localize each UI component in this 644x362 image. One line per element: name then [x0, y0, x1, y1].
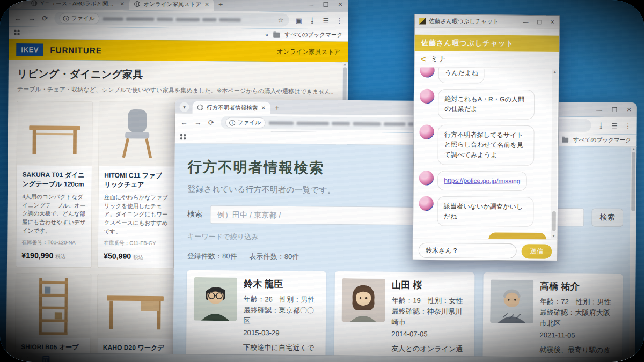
- new-tab-icon[interactable]: +: [218, 0, 223, 9]
- store-logo: IKEV: [16, 43, 43, 56]
- page-title: リビング・ダイニング家具: [17, 67, 339, 83]
- download-icon[interactable]: ⭳: [309, 17, 316, 24]
- person-photo: [342, 278, 385, 322]
- search-icon[interactable]: [0, 356, 7, 362]
- contact-avatar: [419, 124, 434, 139]
- address-bar[interactable]: i ファイル ☆: [55, 12, 289, 27]
- minimize-icon[interactable]: —: [523, 19, 529, 25]
- missing-persons-browser-window: ▾ 行方不明者情報検索 ✕ + — ✕ ← →: [173, 99, 637, 362]
- chat-contact-bar: < ミナ: [414, 51, 559, 68]
- chat-message: うんだよね: [420, 67, 548, 84]
- chat-titlebar: 佐藤さん暇つぶしチャット — ✕: [415, 14, 559, 28]
- info-icon: i: [63, 16, 69, 21]
- maximize-icon[interactable]: [323, 2, 328, 7]
- minimize-icon[interactable]: —: [308, 1, 313, 8]
- missing-persons-page: 行方不明者情報検索 登録されている行方不明者の一覧です。 検索 検索 キーワード…: [173, 143, 637, 362]
- message-list: うんだよね 絶対これもA・R・Gの人間の仕業だよ 行方不明者探してるサイトと照ら…: [413, 67, 559, 239]
- close-icon[interactable]: ✕: [626, 106, 631, 113]
- close-tab-icon[interactable]: ✕: [120, 1, 125, 7]
- forward-icon[interactable]: →: [28, 14, 35, 22]
- taskview-icon[interactable]: [21, 357, 28, 362]
- tab-search-chevron-icon[interactable]: ▾: [13, 0, 23, 8]
- blurred-url: [103, 17, 274, 22]
- product-image-desk: [98, 274, 173, 338]
- apps-grid-icon[interactable]: [14, 30, 19, 35]
- forward-icon[interactable]: →: [194, 118, 202, 126]
- product-card[interactable]: KAHO D20 ワークデスク 100cm ノートPC作業に最適なコンパクトデス…: [97, 274, 173, 356]
- minimize-icon[interactable]: —: [596, 106, 602, 113]
- page-subtitle: テーブル・チェア・収納など、シンプルで使いやすい家具を集めました。※本ページから…: [17, 85, 339, 96]
- contact-avatar: [419, 171, 434, 185]
- missing-person-card[interactable]: 鈴木 龍臣 年齢：26 性別：男性 最終確認：東京都〇〇区 2015-03-29…: [186, 270, 326, 362]
- product-image-table: [17, 101, 93, 166]
- crt-monitor: ▾ Yニュース - ARGラボと関連ニュース ✕ オンライン家具ストア ✕ + …: [0, 0, 644, 362]
- back-icon[interactable]: ←: [14, 14, 22, 22]
- contact-avatar: [420, 88, 434, 103]
- contact-avatar: [419, 196, 433, 211]
- close-tab-icon[interactable]: ✕: [204, 2, 209, 8]
- close-tab-icon[interactable]: ✕: [261, 105, 266, 111]
- close-icon[interactable]: ✕: [550, 19, 555, 25]
- contact-name: ミナ: [430, 54, 446, 64]
- close-icon[interactable]: ✕: [338, 1, 343, 8]
- chat-header: 佐藤さん暇つぶしチャット: [415, 35, 559, 52]
- file-protocol-chip: i ファイル: [226, 117, 265, 128]
- chat-input-row: 送信: [413, 238, 558, 263]
- missing-person-card[interactable]: 高橋 祐介 年齢：72 性別：男性 最終確認：大阪府大阪市北区 2021-11-…: [482, 272, 623, 362]
- overflow-chevrons-icon[interactable]: »: [265, 31, 268, 38]
- send-button[interactable]: 送信: [522, 244, 552, 259]
- tab-news[interactable]: Yニュース - ARGラボと関連ニュース ✕: [26, 0, 129, 10]
- reload-icon[interactable]: ⟳: [42, 14, 48, 23]
- all-bookmarks-label[interactable]: すべてのブックマーク: [573, 136, 631, 144]
- tab-search-chevron-icon[interactable]: ▾: [179, 102, 189, 112]
- product-card[interactable]: HITOMI C11 ファブリックチェア 座面にやわらかなファブリックを使用した…: [98, 101, 175, 268]
- globe-icon: [31, 0, 37, 6]
- new-tab-icon[interactable]: +: [275, 104, 279, 112]
- maximize-icon[interactable]: [537, 20, 541, 24]
- reading-list-icon[interactable]: ☰: [611, 122, 617, 130]
- browser-toolbar: ← → ⟳ i ファイル ☆ ▣: [9, 9, 348, 29]
- chat-window: 佐藤さん暇つぶしチャット — ✕ 佐藤さん暇つぶしチャット < ミナ: [413, 14, 560, 261]
- chat-message: 該当者いないか調査かいしだね: [419, 196, 547, 227]
- file-protocol-chip: i ファイル: [60, 13, 99, 24]
- missing-person-card[interactable]: 山田 桜 年齢：19 性別：女性 最終確認：神奈川県川崎市 2014-07-05…: [334, 271, 474, 362]
- product-card[interactable]: SAKURA T01 ダイニングテーブル 120cm 4人用のコンパクトなダイニ…: [16, 101, 93, 268]
- chat-message: https://police.go.jp/missing: [419, 171, 547, 191]
- globe-icon: [134, 1, 140, 7]
- contact-avatar: [420, 67, 434, 77]
- person-photo: [490, 279, 533, 323]
- all-bookmarks-label[interactable]: すべてのブックマーク: [284, 31, 342, 39]
- chat-message-input[interactable]: [419, 243, 517, 259]
- back-icon[interactable]: <: [421, 54, 426, 63]
- desktop: ▾ Yニュース - ARGラボと関連ニュース ✕ オンライン家具ストア ✕ + …: [0, 0, 644, 362]
- folder-icon: [273, 32, 280, 37]
- product-card[interactable]: SHIORI B05 オープンシェルフ 5段 本や雑貨を飾れるオープンタイプの収…: [14, 273, 91, 356]
- chat-link[interactable]: https://police.go.jp/missing: [444, 176, 520, 184]
- extensions-icon[interactable]: ▣: [296, 16, 302, 24]
- bookmark-star-icon[interactable]: ☆: [278, 16, 284, 24]
- scrollbar[interactable]: ▲▼: [551, 69, 558, 238]
- back-icon[interactable]: ←: [180, 118, 188, 126]
- product-image-chair: [99, 102, 174, 166]
- screen: ▾ Yニュース - ARGラボと関連ニュース ✕ オンライン家具ストア ✕ + …: [0, 0, 644, 362]
- tab-furniture-store[interactable]: オンライン家具ストア ✕: [129, 0, 214, 11]
- tab-missing-persons[interactable]: 行方不明者情報検索 ✕: [193, 101, 271, 114]
- scrollbar[interactable]: ▲: [629, 147, 636, 362]
- chat-app-icon: [419, 18, 426, 24]
- search-button[interactable]: 検索: [591, 208, 623, 227]
- product-image-shelf: [16, 274, 91, 338]
- maximize-icon[interactable]: [612, 107, 617, 112]
- download-icon[interactable]: ⭳: [598, 122, 605, 129]
- search-label: 検索: [187, 210, 202, 219]
- reload-icon[interactable]: ⟳: [208, 118, 215, 127]
- chat-message-outgoing: えー分かんない: [419, 232, 547, 240]
- info-icon: i: [229, 120, 235, 125]
- folder-icon: [562, 137, 568, 142]
- chat-message: 行方不明者探してるサイトと照らし合わせて名前を見て調べてみようよ: [419, 124, 547, 165]
- globe-icon: [197, 105, 203, 110]
- reading-list-icon[interactable]: ☰: [323, 16, 329, 24]
- more-menu-icon[interactable]: ⋮: [625, 122, 632, 130]
- calculator-icon[interactable]: [42, 356, 49, 362]
- more-menu-icon[interactable]: ⋮: [336, 17, 343, 25]
- apps-grid-icon[interactable]: [180, 134, 186, 139]
